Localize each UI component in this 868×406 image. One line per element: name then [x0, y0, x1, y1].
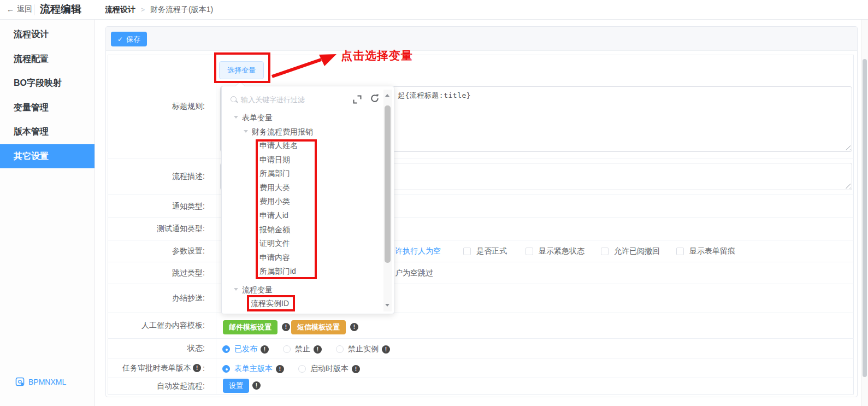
- back-label: 返回: [17, 4, 32, 14]
- info-icon[interactable]: [282, 323, 290, 331]
- tree-leaf-variable[interactable]: 申请人姓名: [259, 139, 298, 153]
- info-icon[interactable]: [314, 345, 322, 354]
- caret-down-icon[interactable]: [234, 116, 238, 119]
- email-template-button[interactable]: 邮件模板设置: [223, 320, 277, 334]
- info-icon[interactable]: [382, 345, 390, 354]
- checkbox-label: 是否正式: [476, 246, 507, 256]
- page-title: 流程编辑: [40, 2, 81, 16]
- radio-icon[interactable]: [222, 345, 230, 353]
- field-label: 跳过类型:: [108, 262, 210, 284]
- select-variable-button[interactable]: 选择变量: [219, 61, 264, 79]
- page-scrollbar-thumb[interactable]: [863, 59, 867, 377]
- tree-leaf-variable[interactable]: 报销金额: [259, 223, 298, 237]
- version-radio-group: 表单主版本 启动时版本: [222, 364, 374, 374]
- info-icon[interactable]: [252, 381, 261, 390]
- status-radio-option[interactable]: 已发布: [222, 344, 269, 354]
- search-input[interactable]: 输入关键字进行过滤: [241, 95, 305, 105]
- info-icon[interactable]: [193, 364, 201, 372]
- field-label: 任务审批时表单版本 :: [108, 358, 210, 378]
- radio-icon[interactable]: [222, 365, 230, 373]
- tree-leaf-variable[interactable]: 费用小类: [259, 195, 298, 209]
- info-icon[interactable]: [350, 323, 358, 331]
- popup-scrollbar-thumb[interactable]: [385, 105, 391, 263]
- checkbox-icon[interactable]: [676, 248, 684, 255]
- tree-leaf-variable[interactable]: 申请人id: [259, 209, 298, 223]
- radio-label: 启动时版本: [310, 364, 349, 374]
- process-variable-list: 流程实例ID: [251, 297, 289, 311]
- sidebar-item[interactable]: 流程配置: [0, 47, 95, 72]
- sidebar: 流程设计流程配置BO字段映射变量管理版本管理其它设置 BPMNXML: [0, 0, 95, 406]
- row-skip-type: 跳过类型: 户为空跳过: [108, 262, 854, 284]
- checkbox-label: 显示表单留痕: [689, 246, 735, 256]
- collapse-all-icon[interactable]: [353, 95, 362, 104]
- status-radio-option[interactable]: 禁止实例: [336, 344, 390, 354]
- tree-node-expense-form[interactable]: 财务流程费用报销: [252, 125, 313, 139]
- radio-icon[interactable]: [298, 365, 306, 373]
- process-edit-page: ← 返回 流程编辑 流程设计 > 财务流程子(版本1) 流程设计流程配置BO字段…: [0, 0, 868, 406]
- field-label: 办结抄送:: [108, 284, 210, 313]
- tree-leaf-variable[interactable]: 费用大类: [259, 181, 298, 195]
- caret-down-icon[interactable]: [234, 288, 238, 291]
- radio-icon[interactable]: [336, 345, 344, 353]
- tree-leaf-variable[interactable]: 所属部门id: [259, 264, 298, 279]
- sidebar-item[interactable]: 其它设置: [0, 144, 95, 169]
- checkbox-label: 显示紧急状态: [539, 246, 584, 256]
- textarea-resize-handle[interactable]: [845, 183, 851, 189]
- back-button[interactable]: ← 返回: [7, 4, 32, 14]
- version-radio-option[interactable]: 启动时版本: [298, 364, 360, 374]
- version-radio-option[interactable]: 表单主版本: [222, 364, 284, 374]
- param-checkbox[interactable]: 允许已阅撤回: [601, 240, 660, 262]
- checkbox-icon[interactable]: [463, 248, 471, 255]
- tree-leaf-variable[interactable]: 流程实例ID: [251, 297, 289, 311]
- row-notify-type: 通知类型:: [108, 195, 854, 218]
- toolbar: [106, 27, 857, 51]
- row-finish-cc: 办结抄送:: [108, 284, 854, 313]
- tree-node-process-vars[interactable]: 流程变量: [242, 283, 273, 297]
- field-label-colon: :: [203, 364, 205, 373]
- tree-leaf-variable[interactable]: 所属部门: [259, 167, 298, 181]
- sidebar-item[interactable]: 流程设计: [0, 22, 95, 47]
- info-icon[interactable]: [352, 365, 360, 373]
- status-radio-group: 已发布 禁止 禁止实例: [222, 344, 404, 354]
- row-status: 状态: 已发布 禁止 禁止实例: [108, 339, 854, 358]
- sms-template-button[interactable]: 短信模板设置: [291, 320, 346, 334]
- bpmnxml-label: BPMNXML: [28, 378, 66, 386]
- sidebar-item[interactable]: 变量管理: [0, 96, 95, 120]
- bpmnxml-link[interactable]: BPMNXML: [15, 377, 66, 386]
- info-icon[interactable]: [261, 345, 269, 354]
- sidebar-item[interactable]: 版本管理: [0, 120, 95, 144]
- refresh-icon[interactable]: [370, 93, 380, 103]
- radio-icon[interactable]: [283, 345, 291, 353]
- breadcrumb-root[interactable]: 流程设计: [105, 5, 135, 15]
- annotation-text: 点击选择变量: [341, 48, 413, 63]
- sidebar-menu: 流程设计流程配置BO字段映射变量管理版本管理其它设置: [0, 22, 95, 168]
- caret-down-icon[interactable]: [244, 130, 248, 133]
- param-checkbox[interactable]: 是否正式: [463, 240, 507, 262]
- field-label: 状态:: [108, 339, 210, 358]
- tree-leaf-variable[interactable]: 申请日期: [259, 153, 298, 167]
- auto-start-set-button[interactable]: 设置: [223, 379, 249, 393]
- header-divider: [34, 4, 34, 15]
- field-label: 标题规则:: [108, 55, 210, 158]
- row-manual-urge-template: 人工催办内容模板: 邮件模板设置 短信模板设置: [108, 313, 854, 339]
- param-checkbox[interactable]: 显示表单留痕: [676, 240, 735, 262]
- radio-label: 禁止: [295, 344, 310, 354]
- tree-leaf-variable[interactable]: 申请内容: [259, 251, 298, 265]
- checkbox-icon[interactable]: [525, 248, 533, 255]
- field-label: 测试通知类型:: [108, 218, 210, 240]
- tree-leaf-variable[interactable]: 证明文件: [259, 237, 298, 251]
- checkbox-icon[interactable]: [601, 248, 609, 255]
- textarea-resize-handle[interactable]: [845, 144, 851, 150]
- search-icon: [231, 96, 237, 102]
- status-radio-option[interactable]: 禁止: [283, 344, 322, 354]
- param-checkbox[interactable]: 显示紧急状态: [525, 240, 584, 262]
- info-icon[interactable]: [276, 365, 284, 373]
- field-label: 人工催办内容模板:: [108, 313, 210, 338]
- scroll-down-icon[interactable]: [385, 304, 389, 307]
- field-label: 通知类型:: [108, 195, 210, 217]
- scroll-up-icon[interactable]: [385, 94, 389, 97]
- back-arrow-icon: ←: [7, 5, 14, 14]
- tree-node-form-vars[interactable]: 表单变量: [242, 110, 273, 125]
- sidebar-item[interactable]: BO字段映射: [0, 71, 95, 96]
- save-button[interactable]: 保存: [111, 32, 147, 46]
